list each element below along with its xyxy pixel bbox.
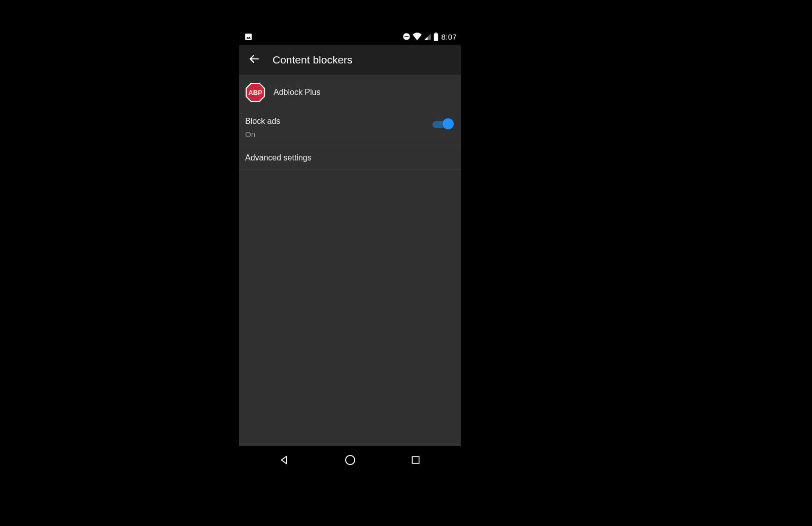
nav-home-icon [344,454,356,468]
wifi-icon [413,32,422,41]
blocker-header: ABP Adblock Plus [239,75,461,110]
svg-rect-4 [435,32,436,34]
advanced-settings-row[interactable]: Advanced settings [239,146,461,170]
image-notification-icon [244,32,253,41]
svg-rect-11 [412,456,419,463]
nav-back-button[interactable] [264,449,304,473]
app-bar: Content blockers [239,45,461,75]
svg-marker-9 [282,456,287,464]
svg-rect-0 [245,34,252,40]
nav-recents-icon [411,455,421,467]
advanced-settings-label: Advanced settings [245,153,453,162]
device-frame: 8:07 Content blockers ABP Adblock Plus [239,28,461,446]
blocker-name: Adblock Plus [274,88,321,97]
block-ads-toggle[interactable] [432,118,453,130]
abp-icon: ABP [245,82,265,103]
block-ads-label: Block ads [245,117,426,126]
svg-rect-5 [433,33,437,41]
svg-text:ABP: ABP [248,89,262,96]
content-area: ABP Adblock Plus Block ads On Advanced s… [239,75,461,446]
battery-icon [433,32,438,41]
block-ads-status: On [245,130,426,139]
nav-back-icon [279,454,290,468]
status-bar: 8:07 [239,28,461,45]
arrow-left-icon [248,53,260,67]
cell-signal-icon [424,33,431,41]
dnd-icon [402,32,411,41]
nav-home-button[interactable] [330,449,370,473]
svg-point-10 [346,455,355,465]
nav-recents-button[interactable] [395,449,436,473]
block-ads-row[interactable]: Block ads On [239,110,461,146]
android-nav-bar [239,446,461,476]
status-clock: 8:07 [442,32,457,41]
back-button[interactable] [243,49,265,71]
svg-rect-3 [404,36,409,37]
page-title: Content blockers [273,54,353,66]
